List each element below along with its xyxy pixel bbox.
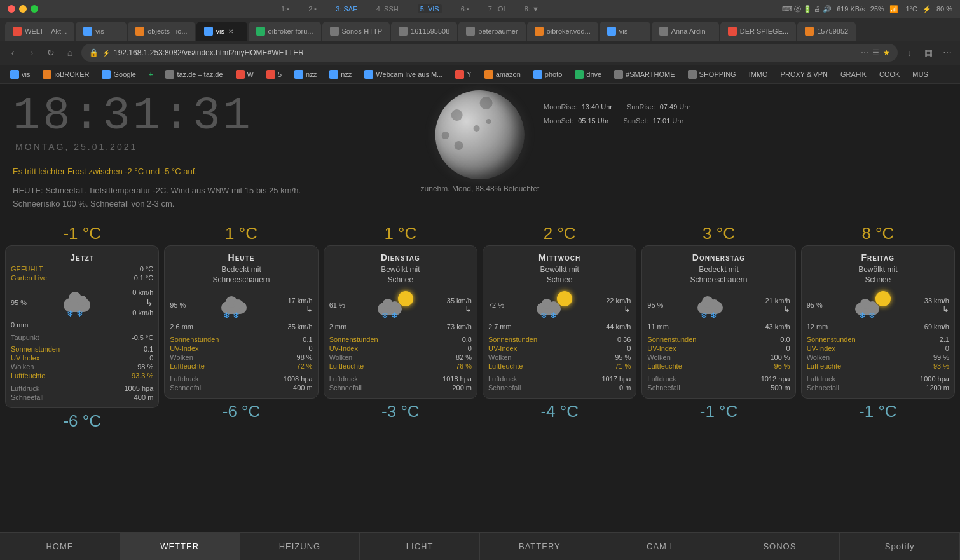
minimize-window-button[interactable] bbox=[19, 5, 27, 13]
close-window-button[interactable] bbox=[8, 5, 15, 13]
bookmark-nzz2[interactable]: nzz bbox=[324, 69, 357, 80]
card-wrapper-heute: 1 °C Heute Bedeckt mitSchneeschauern 95 … bbox=[164, 224, 318, 431]
download-button[interactable]: ↓ bbox=[902, 45, 917, 60]
bookmark-smarthome[interactable]: #SMARTHOME bbox=[609, 69, 680, 80]
reading-mode[interactable]: ☰ bbox=[872, 48, 879, 57]
tab-favicon-peter bbox=[466, 27, 475, 36]
bookmark-grafik[interactable]: GRAFIK bbox=[835, 69, 872, 79]
bookmark-icon-nzz2 bbox=[329, 70, 338, 79]
address-star[interactable]: ★ bbox=[883, 48, 890, 57]
tab-label-1611: 1611595508 bbox=[411, 27, 449, 35]
wind1-jetzt: 0 km/h bbox=[132, 289, 153, 296]
bookmark-webcam[interactable]: Webcam live aus M... bbox=[359, 69, 448, 80]
nav-battery[interactable]: BATTERY bbox=[480, 533, 600, 560]
bookmark-w[interactable]: W bbox=[231, 69, 259, 80]
gefuehlt-row: GEFÜHLT 0 °C bbox=[11, 265, 153, 273]
moonrise-label: MoonRise: 13:40 Uhr SunRise: 07:49 Uhr bbox=[544, 100, 690, 114]
bookmark-nzz1[interactable]: nzz bbox=[289, 69, 322, 80]
tab-anna[interactable]: Anna Ardin – bbox=[652, 22, 719, 41]
traffic-lights bbox=[8, 5, 38, 13]
tab-objects[interactable]: objects - io... bbox=[128, 22, 195, 41]
more-button[interactable]: ⋯ bbox=[940, 45, 955, 60]
tab-1611[interactable]: 1611595508 bbox=[391, 22, 457, 41]
tab-15759[interactable]: 15759852 bbox=[797, 22, 856, 41]
temp-low-freitag: -1 °C bbox=[859, 402, 897, 421]
weather-card-donnerstag: Donnerstag Bedeckt mitSchneeschauern 95 … bbox=[641, 245, 795, 399]
weather-cards-container: -1 °C Jetzt GEFÜHLT 0 °C Garten Live 0.1… bbox=[5, 224, 955, 431]
tab-welt[interactable]: WELT – Akt... bbox=[5, 22, 74, 41]
icon-row-heute: 95 % ❄ ❄ 17 km/h ↳ bbox=[170, 290, 312, 320]
nav-cam-label: CAM I bbox=[647, 542, 673, 551]
nav-heizung[interactable]: HEIZUNG bbox=[240, 533, 360, 560]
garten-value: 0.1 °C bbox=[134, 274, 154, 282]
moonrise-text: MoonRise: bbox=[544, 103, 577, 111]
home-button[interactable]: ⌂ bbox=[62, 45, 78, 60]
bookmark-iobroker[interactable]: ioBROKER bbox=[38, 69, 94, 80]
tab-favicon-vis1 bbox=[83, 27, 92, 36]
moonset-label: MoonSet: 05:15 Uhr SunSet: 17:01 Uhr bbox=[544, 114, 690, 128]
precip-wind-donnerstag: 11 mm 43 km/h bbox=[647, 323, 790, 331]
nav-wetter[interactable]: WETTER bbox=[120, 533, 240, 560]
bookmark-proxy[interactable]: PROXY & VPN bbox=[776, 69, 833, 79]
bookmark-icon-youtube bbox=[455, 70, 464, 79]
weather-card-heute: Heute Bedeckt mitSchneeschauern 95 % ❄ ❄ bbox=[164, 245, 318, 399]
address-bar[interactable]: 🔒 ⚡ 192.168.1.253:8082/vis/index.html?my… bbox=[81, 44, 898, 62]
bookmark-icon-w bbox=[236, 70, 245, 79]
tab-indicator-8: 8: ▼ bbox=[525, 5, 539, 13]
nav-cam[interactable]: CAM I bbox=[600, 533, 720, 560]
bookmark-plus[interactable]: + bbox=[144, 69, 158, 79]
bookmark-icon-drive bbox=[575, 70, 584, 79]
gefuehlt-label: GEFÜHLT bbox=[11, 265, 43, 273]
nav-sonos-label: SONOS bbox=[763, 542, 796, 551]
card-wrapper-donnerstag: 3 °C Donnerstag Bedeckt mitSchneeschauer… bbox=[641, 224, 795, 431]
bookmark-shopping[interactable]: SHOPPING bbox=[683, 69, 741, 80]
tab-spiegel[interactable]: DER SPIEGE... bbox=[720, 22, 796, 41]
bookmark-5[interactable]: 5 bbox=[261, 69, 287, 80]
tab-oibroker[interactable]: oibroker foru... bbox=[249, 22, 321, 41]
maximize-window-button[interactable] bbox=[31, 5, 38, 13]
bookmark-photo[interactable]: photo bbox=[528, 69, 568, 80]
forward-button[interactable]: › bbox=[24, 45, 39, 60]
tab-vis2[interactable]: vis bbox=[600, 22, 650, 41]
stats-donnerstag: Sonnenstunden0.0 UV-Index0 Wolken100 % L… bbox=[647, 336, 790, 392]
temp-high-jetzt: -1 °C bbox=[63, 224, 101, 243]
nav-licht[interactable]: LICHT bbox=[360, 533, 480, 560]
bookmark-amazon[interactable]: amazon bbox=[479, 69, 526, 80]
weather-summary: HEUTE: Schneefall. Tiefstttemperatur -2C… bbox=[13, 184, 301, 211]
taupunkt-label: Taupunkt bbox=[11, 334, 39, 341]
bookmark-icon-shopping bbox=[688, 70, 697, 79]
tab-peter[interactable]: peterbaumer bbox=[458, 22, 525, 41]
nav-licht-label: LICHT bbox=[406, 542, 434, 551]
bookmark-star[interactable]: ⋯ bbox=[861, 48, 868, 57]
tab-oibroker2[interactable]: oibroker.vod... bbox=[527, 22, 598, 41]
reload-button[interactable]: ↻ bbox=[43, 45, 58, 60]
nav-home[interactable]: HOME bbox=[0, 533, 120, 560]
moon-section: zunehm. Mond, 88.48% Beleuchtet bbox=[421, 90, 540, 193]
weather-card-dienstag: Dienstag Bewölkt mitSchnee 61 % ❄ ❄ bbox=[324, 245, 477, 399]
bookmark-mus[interactable]: MUS bbox=[907, 69, 933, 79]
bookmark-google[interactable]: Google bbox=[97, 69, 141, 80]
tab-label-peter: peterbaumer bbox=[478, 27, 518, 35]
tab-sonos[interactable]: Sonos-HTTP bbox=[322, 22, 390, 41]
nav-spotify[interactable]: Spotify bbox=[840, 533, 960, 560]
bookmark-immo[interactable]: IMMO bbox=[744, 69, 773, 79]
bookmark-drive[interactable]: drive bbox=[570, 69, 607, 80]
bookmark-vis[interactable]: vis bbox=[5, 69, 35, 80]
back-button[interactable]: ‹ bbox=[5, 45, 20, 60]
main-content-area: 18:31:31 Montag, 25.01.2021 zunehm. Mond… bbox=[0, 84, 960, 560]
tab-close-button[interactable]: ✕ bbox=[228, 28, 233, 35]
moon-phase-label: zunehm. Mond, 88.48% Beleuchtet bbox=[421, 184, 540, 193]
bookmark-taz[interactable]: taz.de – taz.de bbox=[160, 69, 228, 80]
tab-favicon-sonos bbox=[330, 27, 339, 36]
garten-row: Garten Live 0.1 °C bbox=[11, 274, 153, 282]
tab-vis1[interactable]: vis bbox=[76, 22, 127, 41]
sidebar-button[interactable]: ▦ bbox=[921, 45, 936, 60]
bookmark-youtube[interactable]: Y bbox=[450, 69, 476, 80]
tab-label-oibroker: oibroker foru... bbox=[268, 27, 313, 35]
tab-vis-active[interactable]: vis ✕ bbox=[196, 22, 247, 41]
nav-battery-label: BATTERY bbox=[519, 542, 561, 551]
bookmarks-bar: vis ioBROKER Google + taz.de – taz.de W … bbox=[0, 65, 960, 84]
nav-sonos[interactable]: SONOS bbox=[720, 533, 840, 560]
bookmark-icon-amazon bbox=[484, 70, 493, 79]
bookmark-cook[interactable]: COOK bbox=[874, 69, 905, 79]
